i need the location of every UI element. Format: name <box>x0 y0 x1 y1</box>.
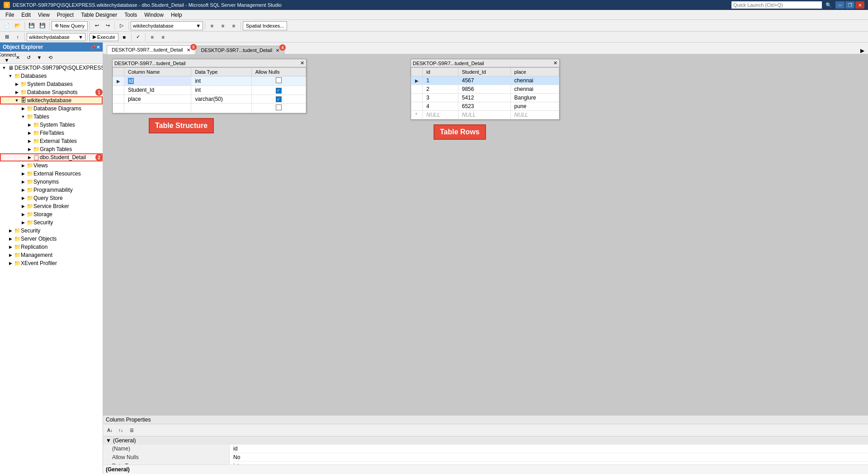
tree-system-databases[interactable]: ▶ 📁 System Databases <box>0 80 103 88</box>
menu-edit[interactable]: Edit <box>18 11 34 19</box>
col-null-empty[interactable] <box>251 104 306 113</box>
table-row[interactable]: place varchar(50) <box>113 95 306 104</box>
null-checkbox-id[interactable] <box>276 77 282 83</box>
tree-programmability[interactable]: ▶ 📁 Programmability <box>0 186 103 194</box>
table-row[interactable]: ▶ 1 4567 chennai <box>411 76 559 85</box>
minimize-button[interactable]: ─ <box>835 1 844 9</box>
wikidb-toggle[interactable]: ▼ <box>14 97 20 104</box>
tables-toggle[interactable]: ▼ <box>20 114 26 120</box>
tree-graph-tables[interactable]: ▶ 📁 Graph Tables <box>0 145 103 153</box>
col-name-id[interactable]: id <box>124 76 191 86</box>
debug-btn[interactable]: ▷ <box>117 21 127 31</box>
cmd-btn[interactable]: ≡ <box>147 32 157 42</box>
tree-databases[interactable]: ▼ 📁 Databases <box>0 72 103 80</box>
tree-server[interactable]: ▼ 🖥 DESKTOP-S9R79PQ\SQLEXPRESS <box>0 64 103 72</box>
qs-toggle[interactable]: ▶ <box>20 195 26 201</box>
connect-button[interactable]: Connect ▼ <box>2 52 12 62</box>
tb2-btn1[interactable]: ⊞ <box>2 32 12 42</box>
filetables-toggle[interactable]: ▶ <box>26 130 33 136</box>
restore-button[interactable]: ❐ <box>845 1 854 9</box>
execute-button[interactable]: ▶ Execute <box>90 33 118 41</box>
studentdetail-toggle[interactable]: ▶ <box>26 154 33 161</box>
allownulls-value[interactable]: No <box>230 453 868 461</box>
sysdbs-toggle[interactable]: ▶ <box>14 81 20 87</box>
dbsnap-toggle[interactable]: ▶ <box>14 89 20 95</box>
table-row[interactable]: ▶ id int <box>113 76 306 86</box>
xevent-toggle[interactable]: ▶ <box>7 260 14 266</box>
systables-toggle[interactable]: ▶ <box>26 122 33 128</box>
designer-tab-close[interactable]: ✕ <box>187 47 190 52</box>
menu-file[interactable]: File <box>2 11 18 19</box>
parse-btn[interactable]: ✓ <box>133 32 143 42</box>
tree-security-db[interactable]: ▶ 📁 Security <box>0 218 103 227</box>
extres-toggle[interactable]: ▶ <box>20 171 26 177</box>
col-btn[interactable]: ≡ <box>207 21 217 31</box>
designer-tab[interactable]: DESKTOP-S9R7...tudent_Detail 3 ✕ <box>107 45 195 54</box>
filter-btn[interactable]: ▼ <box>34 52 44 62</box>
menu-view[interactable]: View <box>34 11 53 19</box>
spatial-indexes-button[interactable]: Spatial Indexes... <box>243 21 287 30</box>
disconnect-btn[interactable]: ✕ <box>13 52 23 62</box>
null-checkbox-place[interactable] <box>276 96 282 102</box>
menu-tools[interactable]: Tools <box>121 11 141 19</box>
saveall-btn[interactable]: 💾 <box>38 21 47 31</box>
null-checkbox-studentid[interactable] <box>276 88 282 94</box>
tree-student-detail[interactable]: ▶ 📋 dbo.Student_Detail 2 <box>0 153 103 161</box>
tree-storage[interactable]: ▶ 📁 Storage <box>0 210 103 218</box>
props-page-btn[interactable]: ☰ <box>127 425 137 435</box>
new-query-button[interactable]: ⊕ New Query <box>52 21 88 30</box>
col-name-place[interactable]: place <box>124 95 191 104</box>
storage-toggle[interactable]: ▶ <box>20 211 26 218</box>
menu-project[interactable]: Project <box>53 11 77 19</box>
name-value[interactable]: id <box>230 445 868 453</box>
tree-replication[interactable]: ▶ 📁 Replication <box>0 243 103 251</box>
tree-tables[interactable]: ▼ 📁 Tables <box>0 113 103 121</box>
sectop-toggle[interactable]: ▶ <box>7 228 14 234</box>
props-sort-btn[interactable]: A↓ <box>105 425 115 435</box>
col-null-id[interactable] <box>251 76 306 86</box>
col3-btn[interactable]: ≡ <box>229 21 239 31</box>
prog-toggle[interactable]: ▶ <box>20 187 26 193</box>
oe-close-icon[interactable]: ✕ <box>96 45 100 50</box>
table-row[interactable]: Student_Id int <box>113 86 306 95</box>
tree-db-snapshots[interactable]: ▶ 📁 Database Snapshots 1 <box>0 88 103 96</box>
repl-toggle[interactable]: ▶ <box>7 244 14 250</box>
db-selector-dropdown[interactable]: wikitechydatabase ▼ <box>131 21 203 30</box>
tabs-scroll-right[interactable]: ▶ <box>860 47 864 54</box>
tree-synonyms[interactable]: ▶ 📁 Synonyms <box>0 178 103 186</box>
menu-window[interactable]: Window <box>141 11 167 19</box>
general-section-header[interactable]: ▼ (General) <box>103 436 868 445</box>
tree-management[interactable]: ▶ 📁 Management <box>0 251 103 259</box>
redo-btn[interactable]: ↪ <box>103 21 113 31</box>
col-null-place[interactable] <box>251 95 306 104</box>
data-tab-close[interactable]: ✕ <box>276 48 279 53</box>
quick-launch-input[interactable] <box>731 1 822 9</box>
table-row[interactable]: 2 9856 chennai <box>411 85 559 94</box>
tree-query-store[interactable]: ▶ 📁 Query Store <box>0 194 103 202</box>
tree-security-top[interactable]: ▶ 📁 Security <box>0 227 103 235</box>
tb2-btn2[interactable]: ↑ <box>13 32 23 42</box>
server-toggle[interactable]: ▼ <box>1 65 7 71</box>
data-tab[interactable]: DESKTOP-S9R7...tudent_Detail 4 ✕ <box>196 46 285 54</box>
tree-server-objects[interactable]: ▶ 📁 Server Objects <box>0 235 103 243</box>
col-name-studentid[interactable]: Student_Id <box>124 86 191 95</box>
table-row[interactable]: * NULL NULL NULL <box>411 111 559 119</box>
tree-system-tables[interactable]: ▶ 📁 System Tables <box>0 121 103 129</box>
null-checkbox-empty[interactable] <box>276 104 282 110</box>
dbdiag-toggle[interactable]: ▶ <box>20 105 26 112</box>
secdb-toggle[interactable]: ▶ <box>20 219 26 226</box>
sync-btn[interactable]: ⟲ <box>45 52 55 62</box>
table-rows-close[interactable]: ✕ <box>553 60 557 66</box>
tree-service-broker[interactable]: ▶ 📁 Service Broker <box>0 202 103 210</box>
tree-views[interactable]: ▶ 📁 Views <box>0 161 103 170</box>
table-structure-close[interactable]: ✕ <box>300 60 304 66</box>
open-btn[interactable]: 📂 <box>13 21 23 31</box>
col-name-empty[interactable] <box>124 104 191 113</box>
save-btn[interactable]: 💾 <box>27 21 37 31</box>
databases-toggle[interactable]: ▼ <box>7 73 14 79</box>
table-row[interactable] <box>113 104 306 113</box>
tree-db-diagrams[interactable]: ▶ 📁 Database Diagrams <box>0 104 103 113</box>
props-sort2-btn[interactable]: ↑↓ <box>116 425 126 435</box>
mgmt-toggle[interactable]: ▶ <box>7 252 14 258</box>
tree-wikidb[interactable]: ▼ 🗄 wikitechydatabase <box>0 96 103 104</box>
